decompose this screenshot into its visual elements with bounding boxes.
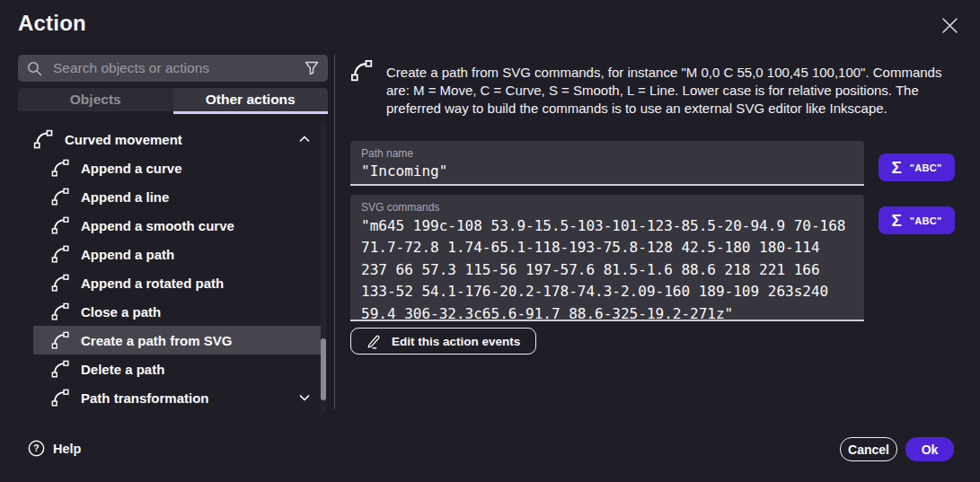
list-item-close-a-path[interactable]: Close a path — [33, 297, 322, 326]
curve-icon — [50, 388, 70, 408]
path-name-field[interactable]: Path name "Incoming" — [350, 141, 864, 186]
curve-icon — [50, 359, 70, 379]
search-icon — [27, 61, 42, 76]
tab-objects[interactable]: Objects — [18, 88, 173, 111]
path-name-label: Path name — [361, 147, 853, 160]
expression-editor-button-path-name[interactable]: Σ "ABC" — [878, 153, 955, 181]
svg-commands-label: SVG commands — [361, 201, 853, 214]
close-button[interactable] — [937, 13, 962, 38]
list-item-append-a-path[interactable]: Append a path — [33, 240, 322, 268]
svg-commands-value[interactable]: "m645 199c-108 53.9-15.5-103-101-123-85.… — [361, 215, 853, 325]
curve-icon — [32, 128, 54, 150]
curve-icon — [50, 187, 70, 206]
chevron-down-icon — [298, 391, 311, 404]
action-description: Create a path from SVG commands, for ins… — [386, 64, 961, 117]
expression-abc-label: "ABC" — [910, 162, 942, 173]
ok-button[interactable]: Ok — [905, 437, 954, 461]
curve-icon — [50, 158, 70, 178]
expression-editor-button-svg-commands[interactable]: Σ "ABC" — [878, 206, 955, 234]
list-item-path-transformation[interactable]: Path transformation — [33, 383, 322, 412]
tab-bar: Objects Other actions — [18, 88, 328, 114]
edit-action-events-button[interactable]: Edit this action events — [350, 328, 536, 355]
action-dialog: Action Search objects or actions Objects… — [0, 0, 980, 482]
path-name-value[interactable]: "Incoming" — [361, 162, 853, 180]
search-placeholder: Search objects or actions — [53, 60, 294, 76]
list-item-delete-a-path[interactable]: Delete a path — [33, 355, 322, 383]
list-item-append-a-smooth-curve[interactable]: Append a smooth curve — [33, 211, 322, 240]
curve-icon — [50, 215, 70, 235]
curve-icon — [50, 302, 70, 321]
close-icon — [941, 17, 958, 34]
tab-other-actions[interactable]: Other actions — [173, 88, 329, 111]
curve-icon — [50, 244, 70, 264]
list-scrollbar-thumb[interactable] — [321, 338, 326, 400]
pencil-icon — [366, 334, 382, 349]
dialog-title: Action — [18, 11, 86, 36]
svg-commands-field[interactable]: SVG commands "m645 199c-108 53.9-15.5-10… — [350, 195, 864, 321]
help-label: Help — [53, 442, 81, 456]
search-input[interactable]: Search objects or actions — [18, 55, 328, 82]
list-item-append-a-curve[interactable]: Append a curve — [33, 153, 322, 182]
sigma-icon: Σ — [891, 212, 901, 229]
list-item-append-a-rotated-path[interactable]: Append a rotated path — [33, 268, 322, 297]
chevron-up-icon — [298, 133, 311, 145]
svg-text:?: ? — [33, 443, 39, 453]
filter-icon[interactable] — [305, 61, 319, 75]
list-group-curved-movement[interactable]: Curved movement — [18, 125, 322, 153]
cancel-button[interactable]: Cancel — [840, 437, 897, 461]
list-item-append-a-line[interactable]: Append a line — [33, 182, 322, 211]
help-button[interactable]: ? Help — [28, 440, 81, 457]
panel-divider — [334, 54, 335, 409]
sigma-icon: Σ — [891, 159, 901, 176]
help-icon: ? — [28, 440, 45, 457]
list-item-create-a-path-from-svg[interactable]: Create a path from SVG — [33, 326, 322, 355]
curve-icon — [349, 58, 374, 83]
curve-icon — [50, 273, 70, 293]
expression-abc-label: "ABC" — [910, 215, 942, 226]
curve-icon — [50, 330, 70, 350]
